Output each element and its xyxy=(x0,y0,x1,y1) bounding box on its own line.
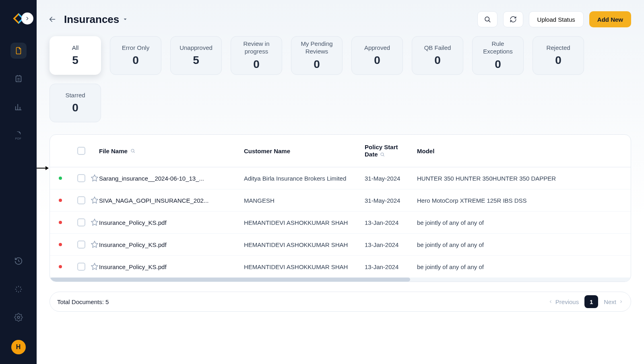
cell-customer-name: Aditya Birla Insurance Brokers Limited xyxy=(244,175,365,182)
select-all-checkbox[interactable] xyxy=(77,147,85,155)
star-icon[interactable] xyxy=(90,174,99,183)
cell-customer-name: MANGESH xyxy=(244,197,365,204)
bar-chart-icon xyxy=(14,103,23,111)
nav-notes[interactable] xyxy=(10,71,27,87)
sidebar: PDF H xyxy=(0,0,37,364)
row-checkbox[interactable] xyxy=(77,174,85,182)
cell-model: be jointly of any of any of xyxy=(417,219,623,226)
table-row[interactable]: Insurance_Policy_KS.pdfHEMANTIDEVI ASHOK… xyxy=(50,234,631,256)
table-body: Sarang_insurance__2024-06-10_13_...Adity… xyxy=(50,167,631,278)
filter-card-all[interactable]: All5 xyxy=(50,36,101,75)
back-button[interactable] xyxy=(48,14,58,24)
table-row[interactable]: Insurance_Policy_KS.pdfHEMANTIDEVI ASHOK… xyxy=(50,256,631,278)
filter-card-error-only[interactable]: Error Only0 xyxy=(110,36,161,75)
cell-file-name: Sarang_insurance__2024-06-10_13_... xyxy=(99,175,244,182)
filter-count: 0 xyxy=(434,54,441,67)
cell-policy-start-date: 31-May-2024 xyxy=(365,175,417,182)
topbar-right: Upload Status Add New xyxy=(477,11,631,27)
filter-label: Error Only xyxy=(122,44,149,52)
sidebar-expand-button[interactable] xyxy=(22,13,33,24)
filter-card-approved[interactable]: Approved0 xyxy=(351,36,403,75)
filter-card-unapproved[interactable]: Unapproved5 xyxy=(170,36,222,75)
filter-card-review-in-progress[interactable]: Review in progress0 xyxy=(231,36,282,75)
nav-bottom: H xyxy=(0,253,37,354)
search-button[interactable] xyxy=(477,11,497,27)
gear-icon xyxy=(14,313,23,322)
row-checkbox[interactable] xyxy=(77,241,85,249)
search-icon xyxy=(484,16,491,23)
nav-settings[interactable] xyxy=(10,309,27,325)
filter-count: 0 xyxy=(253,58,260,71)
pagination: Previous 1 Next xyxy=(548,295,623,308)
table-row[interactable]: Sarang_insurance__2024-06-10_13_...Adity… xyxy=(50,167,631,189)
row-checkbox[interactable] xyxy=(77,196,85,204)
svg-rect-3 xyxy=(16,76,21,82)
main-content: Insurances Upload Status Add New All5Err… xyxy=(37,0,644,364)
filter-label: Unapproved xyxy=(180,44,213,52)
filter-label: Review in progress xyxy=(235,40,278,56)
star-icon[interactable] xyxy=(90,218,99,227)
col-model[interactable]: Model xyxy=(417,148,623,154)
pager-previous[interactable]: Previous xyxy=(548,298,579,305)
upload-status-button[interactable]: Upload Status xyxy=(529,11,584,27)
page-title-dropdown[interactable]: Insurances xyxy=(64,13,128,26)
chevron-left-icon xyxy=(548,299,553,304)
filter-count: 0 xyxy=(72,101,78,114)
cell-file-name: SIVA_NAGA_GOPI_INSURANCE_202... xyxy=(99,197,244,204)
col-customer-name[interactable]: Customer Name xyxy=(244,148,365,154)
add-new-button[interactable]: Add New xyxy=(589,11,631,27)
scrollbar-thumb[interactable] xyxy=(50,278,410,282)
cell-policy-start-date: 13-Jan-2024 xyxy=(365,219,417,226)
pager-page-current[interactable]: 1 xyxy=(584,295,598,308)
row-checkbox[interactable] xyxy=(77,263,85,271)
filter-count: 0 xyxy=(132,54,139,67)
cell-file-name: Insurance_Policy_KS.pdf xyxy=(99,219,244,226)
star-icon[interactable] xyxy=(90,196,99,205)
nav-analytics[interactable] xyxy=(10,99,27,115)
filter-card-rule-exceptions[interactable]: Rule Exceptions0 xyxy=(472,36,524,75)
nav-documents[interactable] xyxy=(10,43,27,59)
filter-label: QB Failed xyxy=(424,44,451,52)
nav-history[interactable] xyxy=(10,253,27,269)
filter-count: 0 xyxy=(555,54,561,67)
topbar: Insurances Upload Status Add New xyxy=(37,0,644,35)
search-icon xyxy=(130,148,136,154)
pager-next[interactable]: Next xyxy=(604,298,623,305)
spinner-icon xyxy=(14,285,23,294)
filter-count: 0 xyxy=(374,54,380,67)
table-row[interactable]: SIVA_NAGA_GOPI_INSURANCE_202...MANGESH31… xyxy=(50,189,631,212)
cell-policy-start-date: 31-May-2024 xyxy=(365,197,417,204)
cell-customer-name: HEMANTIDEVI ASHOKKUMAR SHAH xyxy=(244,241,365,248)
caret-down-icon xyxy=(122,16,128,22)
svg-point-4 xyxy=(17,316,20,319)
filter-count: 5 xyxy=(72,54,78,67)
chevron-right-icon xyxy=(619,299,623,304)
col-policy-start-date[interactable]: Policy Start Date xyxy=(365,144,417,158)
refresh-icon xyxy=(510,16,517,23)
filter-label: Starred xyxy=(65,92,85,99)
filter-card-qb-failed[interactable]: QB Failed0 xyxy=(412,36,463,75)
star-icon[interactable] xyxy=(90,262,99,271)
filter-count: 5 xyxy=(193,54,199,67)
table-row[interactable]: Insurance_Policy_KS.pdfHEMANTIDEVI ASHOK… xyxy=(50,212,631,234)
user-avatar[interactable]: H xyxy=(11,340,26,354)
star-icon[interactable] xyxy=(90,240,99,249)
filter-card-my-pending-reviews[interactable]: My Pending Reviews0 xyxy=(291,36,343,75)
cell-model: be jointly of any of any of xyxy=(417,241,623,248)
refresh-button[interactable] xyxy=(503,11,523,27)
cell-file-name: Insurance_Policy_KS.pdf xyxy=(99,241,244,248)
row-checkbox[interactable] xyxy=(77,218,85,226)
cell-customer-name: HEMANTIDEVI ASHOKKUMAR SHAH xyxy=(244,263,365,270)
documents-icon xyxy=(14,46,23,55)
filter-card-starred[interactable]: Starred0 xyxy=(50,84,101,122)
table-footer: Total Documents: 5 Previous 1 Next xyxy=(50,292,631,312)
filter-card-rejected[interactable]: Rejected0 xyxy=(533,36,584,75)
horizontal-scrollbar[interactable] xyxy=(50,278,631,282)
total-documents: Total Documents: 5 xyxy=(57,298,109,305)
notes-icon xyxy=(14,74,23,83)
nav-loading[interactable] xyxy=(10,281,27,297)
topbar-left: Insurances xyxy=(48,13,128,26)
page-title: Insurances xyxy=(64,13,119,26)
col-file-name[interactable]: File Name xyxy=(99,148,244,154)
nav-pdf[interactable]: PDF xyxy=(10,127,27,143)
